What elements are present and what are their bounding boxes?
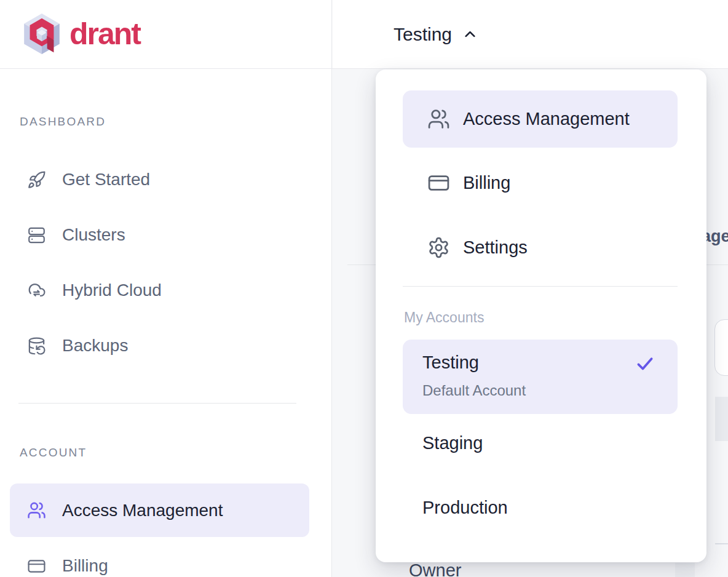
menu-item-label: Settings: [463, 237, 528, 258]
header-divider: [0, 68, 728, 69]
chevron-up-icon: [462, 26, 478, 42]
sidebar-item-label: Access Management: [62, 501, 223, 520]
main-header: Testing: [333, 0, 728, 68]
menu-item-billing[interactable]: Billing: [403, 154, 678, 212]
sidebar-item-label: Hybrid Cloud: [62, 281, 162, 300]
menu-divider: [403, 286, 678, 287]
bg-divider: [715, 543, 728, 544]
sidebar-item-label: Billing: [62, 556, 108, 576]
qdrant-logo[interactable]: drant: [18, 11, 140, 57]
sidebar-item-hybrid-cloud[interactable]: Hybrid Cloud: [10, 266, 309, 315]
cloud-sync-icon: [27, 281, 46, 300]
account-name: Production: [422, 498, 508, 518]
sidebar-item-clusters[interactable]: Clusters: [10, 210, 309, 260]
sidebar-item-label: Backups: [62, 336, 128, 356]
account-option-production[interactable]: Production: [403, 489, 678, 526]
sidebar-section-account: ACCOUNT: [20, 446, 87, 460]
bg-card: [714, 319, 728, 376]
account-switcher-button[interactable]: Testing: [394, 0, 478, 68]
sidebar-item-get-started[interactable]: Get Started: [10, 155, 309, 204]
credit-card-icon: [427, 172, 450, 194]
sidebar-section-dashboard: DASHBOARD: [20, 115, 106, 129]
account-name: Testing: [422, 352, 479, 373]
bg-row-label: Owner: [409, 560, 461, 577]
rocket-icon: [27, 170, 46, 189]
qdrant-wordmark: drant: [69, 12, 140, 56]
bg-table-header: [715, 397, 728, 441]
sidebar-item-label: Get Started: [62, 170, 150, 189]
account-option-staging[interactable]: Staging: [403, 424, 678, 461]
users-icon: [27, 501, 46, 520]
sidebar-item-backups[interactable]: Backups: [10, 321, 309, 370]
sidebar-item-billing[interactable]: Billing: [10, 541, 309, 577]
bg-column-strip: [675, 563, 695, 577]
account-name: Staging: [422, 433, 483, 453]
credit-card-icon: [27, 557, 46, 576]
sidebar-item-access-management[interactable]: Access Management: [10, 483, 309, 537]
check-icon: [635, 353, 655, 374]
menu-item-label: Billing: [463, 173, 510, 193]
account-menu: Access Management Billing Settings My Ac…: [376, 70, 706, 562]
menu-item-label: Access Management: [463, 109, 630, 129]
servers-icon: [27, 226, 46, 245]
account-switcher-label: Testing: [394, 24, 452, 45]
my-accounts-label: My Accounts: [404, 309, 484, 326]
database-restore-icon: [27, 336, 46, 356]
qdrant-logo-icon: [18, 12, 65, 56]
menu-item-access-management[interactable]: Access Management: [403, 90, 678, 148]
menu-item-settings[interactable]: Settings: [403, 219, 678, 276]
gear-icon: [427, 236, 450, 259]
sidebar-divider: [18, 403, 296, 404]
account-description: Default Account: [422, 382, 526, 399]
users-icon: [427, 108, 450, 130]
sidebar: drant DASHBOARD Get Started Clusters Hyb…: [0, 0, 332, 577]
sidebar-item-label: Clusters: [62, 225, 125, 245]
account-option-testing[interactable]: Testing Default Account: [403, 340, 678, 414]
